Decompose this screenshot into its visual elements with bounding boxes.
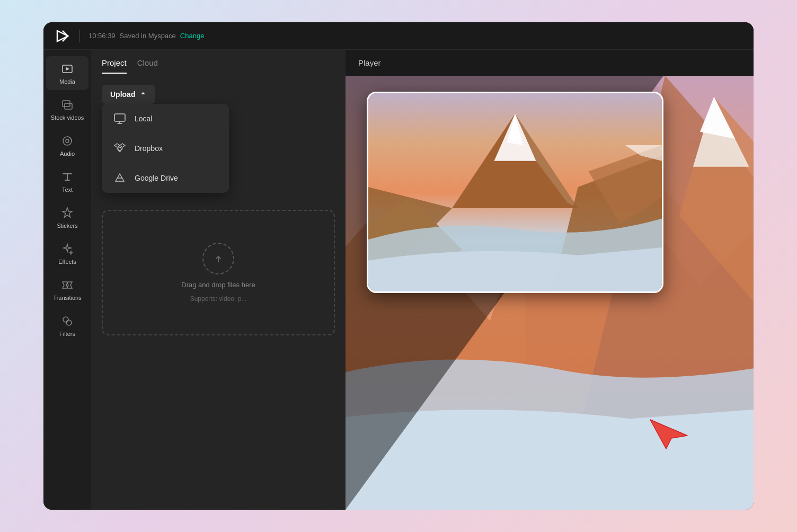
sidebar-item-text[interactable]: Text [46, 164, 88, 198]
upload-dropdown: Local Dropbox [102, 104, 229, 193]
svg-rect-8 [114, 114, 125, 121]
dropdown-item-googledrive[interactable]: Google Drive [102, 163, 229, 193]
dropdown-local-label: Local [135, 114, 152, 123]
tab-project[interactable]: Project [102, 58, 127, 74]
dropdown-item-dropbox[interactable]: Dropbox [102, 134, 229, 163]
svg-point-5 [66, 139, 69, 143]
sidebar-item-effects-label: Effects [58, 259, 76, 265]
svg-point-6 [63, 317, 68, 322]
preview-card [367, 92, 663, 293]
text-icon [60, 170, 75, 184]
sidebar-item-text-label: Text [62, 187, 73, 193]
sidebar-item-filters-label: Filters [59, 331, 75, 337]
timestamp: 10:56:39 [88, 32, 116, 40]
dropdown-dropbox-label: Dropbox [135, 144, 163, 153]
cursor-arrow [648, 414, 690, 457]
player-title: Player [358, 58, 381, 67]
upload-drop-icon [202, 243, 234, 274]
app-window: 10:56:39 Saved in Myspace Change Media [43, 22, 754, 510]
transitions-icon [60, 278, 75, 292]
upload-button[interactable]: Upload [102, 85, 155, 104]
googledrive-icon [112, 171, 127, 185]
sidebar: Media Stock videos [43, 50, 91, 510]
drop-primary-text: Drag and drop files here [181, 281, 255, 289]
panel-content: Upload Local [91, 74, 346, 510]
main-layout: Media Stock videos [43, 50, 754, 510]
sidebar-item-filters[interactable]: Filters [46, 308, 88, 342]
change-link[interactable]: Change [180, 32, 205, 40]
svg-point-7 [66, 320, 72, 325]
sidebar-item-transitions-label: Transitions [53, 295, 81, 301]
player-area: Player [346, 50, 754, 510]
player-content [346, 76, 754, 510]
filters-icon [60, 314, 75, 329]
sidebar-item-stock-videos[interactable]: Stock videos [46, 92, 88, 126]
sidebar-item-effects[interactable]: Effects [46, 236, 88, 270]
app-logo [54, 28, 71, 45]
stickers-icon [60, 206, 75, 220]
stock-icon [60, 97, 75, 112]
effects-icon [60, 242, 75, 256]
sidebar-item-audio-label: Audio [60, 150, 75, 157]
sidebar-item-stock-label: Stock videos [51, 114, 84, 121]
title-info: 10:56:39 Saved in Myspace Change [88, 32, 204, 40]
player-header: Player [346, 50, 754, 76]
media-icon [60, 61, 75, 76]
sidebar-item-stickers[interactable]: Stickers [46, 200, 88, 234]
monitor-icon [112, 111, 127, 126]
svg-marker-1 [66, 67, 69, 70]
dropbox-icon [112, 141, 127, 156]
sidebar-item-audio[interactable]: Audio [46, 128, 88, 162]
drop-secondary-text: Supports: video, p... [190, 295, 247, 303]
media-panel: Project Cloud Upload [91, 50, 346, 510]
audio-icon [60, 134, 75, 148]
title-bar: 10:56:39 Saved in Myspace Change [43, 22, 754, 50]
title-divider [79, 30, 80, 42]
saved-text: Saved in Myspace [120, 32, 176, 40]
panel-tabs: Project Cloud [91, 50, 346, 74]
sidebar-item-stickers-label: Stickers [57, 223, 77, 229]
dropdown-googledrive-label: Google Drive [135, 174, 178, 182]
dropdown-item-local[interactable]: Local [102, 104, 229, 134]
upload-label: Upload [110, 90, 135, 99]
drop-zone: Drag and drop files here Supports: video… [102, 210, 335, 335]
sidebar-item-media[interactable]: Media [46, 56, 88, 90]
tab-cloud[interactable]: Cloud [137, 58, 158, 74]
sidebar-item-transitions[interactable]: Transitions [46, 272, 88, 306]
sidebar-item-media-label: Media [59, 78, 75, 85]
